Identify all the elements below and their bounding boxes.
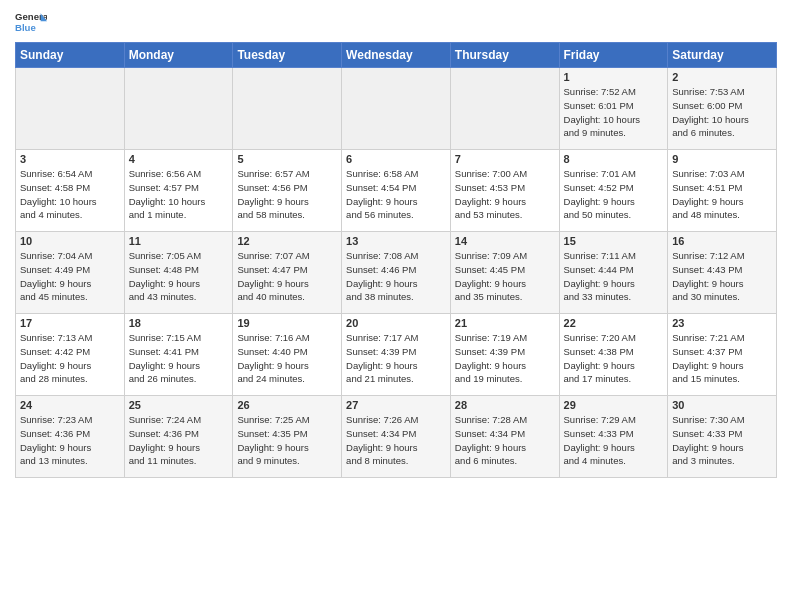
calendar-cell: 10Sunrise: 7:04 AM Sunset: 4:49 PM Dayli… [16,232,125,314]
day-info: Sunrise: 7:53 AM Sunset: 6:00 PM Dayligh… [672,85,772,140]
calendar-cell: 28Sunrise: 7:28 AM Sunset: 4:34 PM Dayli… [450,396,559,478]
weekday-header-thursday: Thursday [450,43,559,68]
day-info: Sunrise: 7:29 AM Sunset: 4:33 PM Dayligh… [564,413,664,468]
logo-icon: GeneralBlue [15,10,47,38]
day-number: 12 [237,235,337,247]
day-info: Sunrise: 7:19 AM Sunset: 4:39 PM Dayligh… [455,331,555,386]
day-number: 23 [672,317,772,329]
day-info: Sunrise: 7:12 AM Sunset: 4:43 PM Dayligh… [672,249,772,304]
day-number: 18 [129,317,229,329]
calendar-cell [233,68,342,150]
weekday-header-sunday: Sunday [16,43,125,68]
calendar-cell: 26Sunrise: 7:25 AM Sunset: 4:35 PM Dayli… [233,396,342,478]
calendar-cell: 23Sunrise: 7:21 AM Sunset: 4:37 PM Dayli… [668,314,777,396]
day-info: Sunrise: 7:05 AM Sunset: 4:48 PM Dayligh… [129,249,229,304]
day-number: 30 [672,399,772,411]
day-number: 13 [346,235,446,247]
svg-text:Blue: Blue [15,22,36,33]
day-info: Sunrise: 7:09 AM Sunset: 4:45 PM Dayligh… [455,249,555,304]
day-info: Sunrise: 7:07 AM Sunset: 4:47 PM Dayligh… [237,249,337,304]
day-number: 21 [455,317,555,329]
calendar-cell: 4Sunrise: 6:56 AM Sunset: 4:57 PM Daylig… [124,150,233,232]
weekday-header-tuesday: Tuesday [233,43,342,68]
header: GeneralBlue [15,10,777,38]
calendar-cell: 15Sunrise: 7:11 AM Sunset: 4:44 PM Dayli… [559,232,668,314]
day-number: 8 [564,153,664,165]
calendar-week-4: 17Sunrise: 7:13 AM Sunset: 4:42 PM Dayli… [16,314,777,396]
day-number: 6 [346,153,446,165]
day-number: 24 [20,399,120,411]
weekday-header-saturday: Saturday [668,43,777,68]
calendar-cell: 21Sunrise: 7:19 AM Sunset: 4:39 PM Dayli… [450,314,559,396]
calendar-cell: 16Sunrise: 7:12 AM Sunset: 4:43 PM Dayli… [668,232,777,314]
day-number: 27 [346,399,446,411]
calendar-cell [450,68,559,150]
day-number: 11 [129,235,229,247]
calendar-cell: 12Sunrise: 7:07 AM Sunset: 4:47 PM Dayli… [233,232,342,314]
calendar-cell: 14Sunrise: 7:09 AM Sunset: 4:45 PM Dayli… [450,232,559,314]
calendar-cell: 13Sunrise: 7:08 AM Sunset: 4:46 PM Dayli… [342,232,451,314]
calendar-week-2: 3Sunrise: 6:54 AM Sunset: 4:58 PM Daylig… [16,150,777,232]
calendar-cell [16,68,125,150]
calendar-cell: 9Sunrise: 7:03 AM Sunset: 4:51 PM Daylig… [668,150,777,232]
calendar-cell: 6Sunrise: 6:58 AM Sunset: 4:54 PM Daylig… [342,150,451,232]
day-number: 5 [237,153,337,165]
day-number: 15 [564,235,664,247]
day-info: Sunrise: 7:11 AM Sunset: 4:44 PM Dayligh… [564,249,664,304]
calendar-cell: 2Sunrise: 7:53 AM Sunset: 6:00 PM Daylig… [668,68,777,150]
calendar-cell: 20Sunrise: 7:17 AM Sunset: 4:39 PM Dayli… [342,314,451,396]
day-number: 17 [20,317,120,329]
weekday-header-friday: Friday [559,43,668,68]
calendar-cell: 17Sunrise: 7:13 AM Sunset: 4:42 PM Dayli… [16,314,125,396]
day-info: Sunrise: 7:17 AM Sunset: 4:39 PM Dayligh… [346,331,446,386]
day-info: Sunrise: 7:04 AM Sunset: 4:49 PM Dayligh… [20,249,120,304]
logo: GeneralBlue [15,10,47,38]
day-number: 26 [237,399,337,411]
day-info: Sunrise: 6:54 AM Sunset: 4:58 PM Dayligh… [20,167,120,222]
day-info: Sunrise: 7:25 AM Sunset: 4:35 PM Dayligh… [237,413,337,468]
calendar-week-5: 24Sunrise: 7:23 AM Sunset: 4:36 PM Dayli… [16,396,777,478]
calendar-cell: 19Sunrise: 7:16 AM Sunset: 4:40 PM Dayli… [233,314,342,396]
day-number: 20 [346,317,446,329]
day-number: 4 [129,153,229,165]
day-info: Sunrise: 7:16 AM Sunset: 4:40 PM Dayligh… [237,331,337,386]
day-info: Sunrise: 7:08 AM Sunset: 4:46 PM Dayligh… [346,249,446,304]
calendar-cell: 7Sunrise: 7:00 AM Sunset: 4:53 PM Daylig… [450,150,559,232]
calendar-cell [342,68,451,150]
day-info: Sunrise: 7:21 AM Sunset: 4:37 PM Dayligh… [672,331,772,386]
weekday-header-monday: Monday [124,43,233,68]
day-info: Sunrise: 7:26 AM Sunset: 4:34 PM Dayligh… [346,413,446,468]
calendar-cell: 11Sunrise: 7:05 AM Sunset: 4:48 PM Dayli… [124,232,233,314]
calendar-cell: 24Sunrise: 7:23 AM Sunset: 4:36 PM Dayli… [16,396,125,478]
day-info: Sunrise: 7:28 AM Sunset: 4:34 PM Dayligh… [455,413,555,468]
day-number: 14 [455,235,555,247]
calendar-cell: 25Sunrise: 7:24 AM Sunset: 4:36 PM Dayli… [124,396,233,478]
day-number: 22 [564,317,664,329]
day-info: Sunrise: 7:23 AM Sunset: 4:36 PM Dayligh… [20,413,120,468]
weekday-header-wednesday: Wednesday [342,43,451,68]
calendar-cell: 1Sunrise: 7:52 AM Sunset: 6:01 PM Daylig… [559,68,668,150]
calendar-week-3: 10Sunrise: 7:04 AM Sunset: 4:49 PM Dayli… [16,232,777,314]
calendar-cell: 29Sunrise: 7:29 AM Sunset: 4:33 PM Dayli… [559,396,668,478]
day-info: Sunrise: 6:58 AM Sunset: 4:54 PM Dayligh… [346,167,446,222]
day-info: Sunrise: 6:57 AM Sunset: 4:56 PM Dayligh… [237,167,337,222]
day-info: Sunrise: 7:30 AM Sunset: 4:33 PM Dayligh… [672,413,772,468]
day-number: 3 [20,153,120,165]
calendar-cell: 22Sunrise: 7:20 AM Sunset: 4:38 PM Dayli… [559,314,668,396]
day-number: 16 [672,235,772,247]
day-number: 1 [564,71,664,83]
calendar-cell [124,68,233,150]
calendar-table: SundayMondayTuesdayWednesdayThursdayFrid… [15,42,777,478]
day-info: Sunrise: 7:13 AM Sunset: 4:42 PM Dayligh… [20,331,120,386]
day-number: 19 [237,317,337,329]
calendar-cell: 27Sunrise: 7:26 AM Sunset: 4:34 PM Dayli… [342,396,451,478]
calendar-cell: 5Sunrise: 6:57 AM Sunset: 4:56 PM Daylig… [233,150,342,232]
calendar-cell: 8Sunrise: 7:01 AM Sunset: 4:52 PM Daylig… [559,150,668,232]
day-info: Sunrise: 7:52 AM Sunset: 6:01 PM Dayligh… [564,85,664,140]
day-info: Sunrise: 7:03 AM Sunset: 4:51 PM Dayligh… [672,167,772,222]
day-info: Sunrise: 7:20 AM Sunset: 4:38 PM Dayligh… [564,331,664,386]
day-info: Sunrise: 6:56 AM Sunset: 4:57 PM Dayligh… [129,167,229,222]
day-number: 29 [564,399,664,411]
calendar-cell: 3Sunrise: 6:54 AM Sunset: 4:58 PM Daylig… [16,150,125,232]
weekday-header-row: SundayMondayTuesdayWednesdayThursdayFrid… [16,43,777,68]
